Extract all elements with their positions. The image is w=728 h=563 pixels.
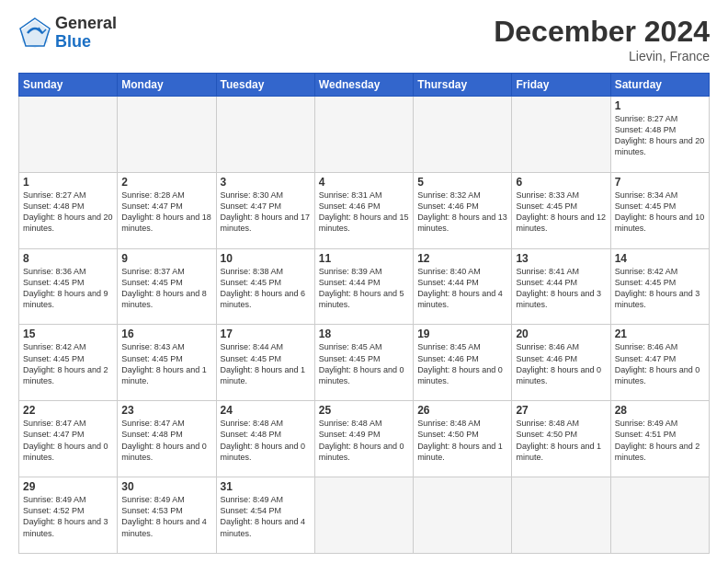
day-info: Sunrise: 8:37 AMSunset: 4:45 PMDaylight:…: [121, 267, 207, 309]
day-number: 27: [516, 404, 606, 417]
day-info: Sunrise: 8:42 AMSunset: 4:45 PMDaylight:…: [23, 342, 108, 385]
day-number: 6: [516, 176, 606, 189]
day-number: 30: [121, 480, 211, 493]
calendar-cell: 21 Sunrise: 8:46 AMSunset: 4:47 PMDaylig…: [610, 325, 709, 401]
day-number: 12: [417, 252, 507, 265]
calendar-cell: 16 Sunrise: 8:43 AMSunset: 4:45 PMDaylig…: [118, 325, 216, 401]
header: General Blue December 2024 Lievin, Franc…: [18, 15, 710, 63]
day-info: Sunrise: 8:45 AMSunset: 4:46 PMDaylight:…: [417, 342, 503, 385]
day-number: 5: [417, 176, 507, 189]
day-info: Sunrise: 8:30 AMSunset: 4:47 PMDaylight:…: [221, 190, 311, 233]
day-number: 8: [23, 252, 113, 265]
day-number: 16: [121, 327, 211, 340]
day-info: Sunrise: 8:28 AMSunset: 4:47 PMDaylight:…: [121, 190, 211, 233]
day-info: Sunrise: 8:32 AMSunset: 4:46 PMDaylight:…: [417, 190, 507, 233]
day-info: Sunrise: 8:36 AMSunset: 4:45 PMDaylight:…: [23, 267, 108, 309]
day-info: Sunrise: 8:49 AMSunset: 4:51 PMDaylight:…: [615, 419, 700, 461]
calendar-header-sunday: Sunday: [19, 74, 118, 97]
calendar-cell: [314, 97, 413, 173]
calendar-header-thursday: Thursday: [414, 74, 512, 97]
calendar-cell: 7 Sunrise: 8:34 AMSunset: 4:45 PMDayligh…: [610, 172, 709, 248]
day-info: Sunrise: 8:48 AMSunset: 4:50 PMDaylight:…: [417, 419, 503, 461]
calendar-cell: 1 Sunrise: 8:27 AMSunset: 4:48 PMDayligh…: [19, 172, 118, 248]
day-info: Sunrise: 8:45 AMSunset: 4:45 PMDaylight:…: [319, 342, 404, 385]
day-info: Sunrise: 8:41 AMSunset: 4:44 PMDaylight:…: [516, 267, 601, 309]
calendar-cell: 31 Sunrise: 8:49 AMSunset: 4:54 PMDaylig…: [216, 477, 314, 554]
calendar-cell: 30 Sunrise: 8:49 AMSunset: 4:53 PMDaylig…: [118, 477, 216, 554]
calendar-cell: [414, 97, 512, 173]
day-number: 7: [615, 176, 705, 189]
calendar-cell: 11 Sunrise: 8:39 AMSunset: 4:44 PMDaylig…: [314, 248, 413, 325]
day-number: 4: [319, 176, 409, 189]
calendar-week-5: 22 Sunrise: 8:47 AMSunset: 4:47 PMDaylig…: [19, 401, 710, 477]
location: Lievin, France: [494, 49, 710, 63]
day-number: 15: [23, 327, 113, 340]
day-info: Sunrise: 8:27 AMSunset: 4:48 PMDaylight:…: [23, 190, 113, 233]
calendar-cell: 22 Sunrise: 8:47 AMSunset: 4:47 PMDaylig…: [19, 401, 118, 477]
day-info: Sunrise: 8:42 AMSunset: 4:45 PMDaylight:…: [615, 267, 700, 309]
day-info: Sunrise: 8:46 AMSunset: 4:47 PMDaylight:…: [615, 342, 700, 385]
day-number: 13: [516, 252, 606, 265]
calendar-cell: [216, 97, 314, 173]
calendar-week-6: 29 Sunrise: 8:49 AMSunset: 4:52 PMDaylig…: [19, 477, 710, 554]
calendar-cell: 18 Sunrise: 8:45 AMSunset: 4:45 PMDaylig…: [314, 325, 413, 401]
calendar-header-wednesday: Wednesday: [314, 74, 413, 97]
day-info: Sunrise: 8:44 AMSunset: 4:45 PMDaylight:…: [221, 342, 306, 385]
day-number: 19: [417, 327, 507, 340]
day-number: 24: [221, 404, 311, 417]
day-number: 28: [615, 404, 705, 417]
calendar-cell: 4 Sunrise: 8:31 AMSunset: 4:46 PMDayligh…: [314, 172, 413, 248]
logo-icon: [18, 17, 51, 50]
calendar-cell: 3 Sunrise: 8:30 AMSunset: 4:47 PMDayligh…: [216, 172, 314, 248]
day-number: 10: [221, 252, 311, 265]
day-number: 9: [121, 252, 211, 265]
day-number: 31: [221, 480, 311, 493]
day-info: Sunrise: 8:39 AMSunset: 4:44 PMDaylight:…: [319, 267, 404, 309]
calendar-cell: 1 Sunrise: 8:27 AMSunset: 4:48 PMDayligh…: [610, 97, 709, 173]
calendar-week-3: 8 Sunrise: 8:36 AMSunset: 4:45 PMDayligh…: [19, 248, 710, 325]
day-info: Sunrise: 8:48 AMSunset: 4:48 PMDaylight:…: [221, 419, 306, 461]
calendar-cell: 23 Sunrise: 8:47 AMSunset: 4:48 PMDaylig…: [118, 401, 216, 477]
day-info: Sunrise: 8:48 AMSunset: 4:49 PMDaylight:…: [319, 419, 404, 461]
day-info: Sunrise: 8:47 AMSunset: 4:48 PMDaylight:…: [121, 419, 207, 461]
calendar-week-4: 15 Sunrise: 8:42 AMSunset: 4:45 PMDaylig…: [19, 325, 710, 401]
calendar-cell: [512, 477, 610, 554]
calendar-cell: 8 Sunrise: 8:36 AMSunset: 4:45 PMDayligh…: [19, 248, 118, 325]
calendar-header-tuesday: Tuesday: [216, 74, 314, 97]
calendar-week-1: 1 Sunrise: 8:27 AMSunset: 4:48 PMDayligh…: [19, 97, 710, 173]
calendar-cell: [414, 477, 512, 554]
calendar-header-row: SundayMondayTuesdayWednesdayThursdayFrid…: [19, 74, 710, 97]
title-area: December 2024 Lievin, France: [494, 15, 710, 63]
calendar-cell: 25 Sunrise: 8:48 AMSunset: 4:49 PMDaylig…: [314, 401, 413, 477]
calendar-cell: 26 Sunrise: 8:48 AMSunset: 4:50 PMDaylig…: [414, 401, 512, 477]
calendar-cell: 19 Sunrise: 8:45 AMSunset: 4:46 PMDaylig…: [414, 325, 512, 401]
calendar-cell: [118, 97, 216, 173]
logo: General Blue: [18, 15, 117, 52]
calendar-cell: 24 Sunrise: 8:48 AMSunset: 4:48 PMDaylig…: [216, 401, 314, 477]
calendar-cell: 9 Sunrise: 8:37 AMSunset: 4:45 PMDayligh…: [118, 248, 216, 325]
calendar-cell: 12 Sunrise: 8:40 AMSunset: 4:44 PMDaylig…: [414, 248, 512, 325]
day-number: 26: [417, 404, 507, 417]
day-number: 20: [516, 327, 606, 340]
day-number: 29: [23, 480, 113, 493]
day-number: 11: [319, 252, 409, 265]
calendar-cell: 29 Sunrise: 8:49 AMSunset: 4:52 PMDaylig…: [19, 477, 118, 554]
day-number: 23: [121, 404, 211, 417]
calendar-header-monday: Monday: [118, 74, 216, 97]
calendar-cell: 6 Sunrise: 8:33 AMSunset: 4:45 PMDayligh…: [512, 172, 610, 248]
day-info: Sunrise: 8:49 AMSunset: 4:52 PMDaylight:…: [23, 495, 108, 537]
day-number: 1: [615, 99, 705, 112]
calendar-table: SundayMondayTuesdayWednesdayThursdayFrid…: [18, 73, 710, 554]
calendar-cell: [314, 477, 413, 554]
calendar-cell: 10 Sunrise: 8:38 AMSunset: 4:45 PMDaylig…: [216, 248, 314, 325]
day-number: 1: [23, 176, 113, 189]
calendar-header-friday: Friday: [512, 74, 610, 97]
calendar-cell: 2 Sunrise: 8:28 AMSunset: 4:47 PMDayligh…: [118, 172, 216, 248]
day-info: Sunrise: 8:40 AMSunset: 4:44 PMDaylight:…: [417, 267, 503, 309]
calendar-cell: [19, 97, 118, 173]
day-info: Sunrise: 8:31 AMSunset: 4:46 PMDaylight:…: [319, 190, 409, 233]
day-info: Sunrise: 8:34 AMSunset: 4:45 PMDaylight:…: [615, 190, 705, 233]
calendar-cell: 13 Sunrise: 8:41 AMSunset: 4:44 PMDaylig…: [512, 248, 610, 325]
day-number: 21: [615, 327, 705, 340]
day-info: Sunrise: 8:33 AMSunset: 4:45 PMDaylight:…: [516, 190, 606, 233]
